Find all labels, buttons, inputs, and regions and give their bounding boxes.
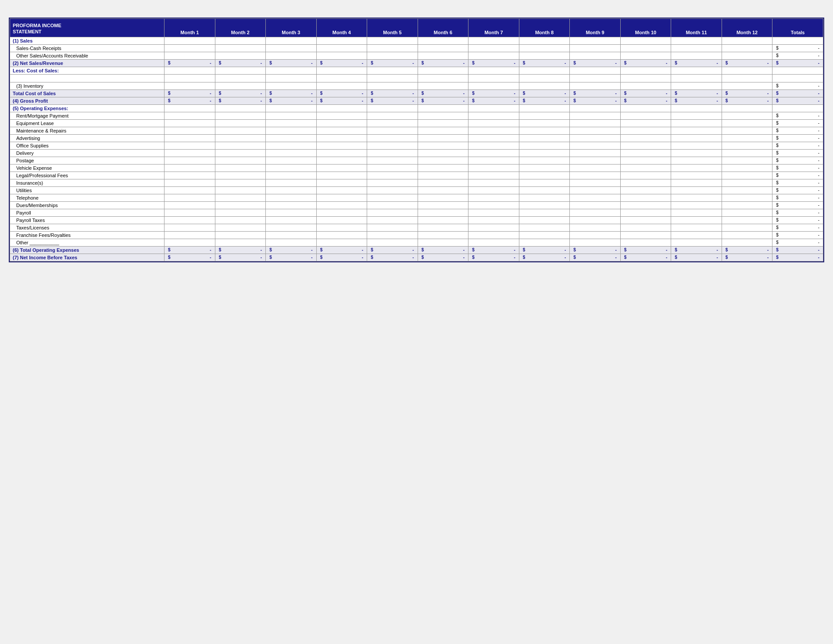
table-cell[interactable] [418, 37, 468, 44]
table-cell[interactable] [316, 44, 367, 52]
table-cell[interactable] [215, 104, 266, 112]
table-cell[interactable] [620, 209, 671, 216]
total-cell[interactable]: $- [772, 239, 823, 246]
table-cell[interactable] [519, 104, 570, 112]
table-cell[interactable] [620, 119, 671, 127]
table-cell[interactable] [722, 52, 772, 59]
table-cell[interactable] [418, 209, 468, 216]
table-cell[interactable] [620, 134, 671, 142]
table-cell[interactable] [570, 142, 621, 149]
table-cell[interactable] [570, 44, 621, 52]
summary-money-cell[interactable]: $- [519, 246, 570, 254]
table-cell[interactable] [620, 231, 671, 239]
table-cell[interactable] [519, 164, 570, 172]
table-cell[interactable] [519, 216, 570, 224]
table-cell[interactable] [519, 119, 570, 127]
table-cell[interactable] [468, 164, 519, 172]
table-cell[interactable] [671, 52, 722, 59]
table-cell[interactable] [164, 142, 215, 149]
table-cell[interactable] [266, 119, 317, 127]
table-cell[interactable] [519, 37, 570, 44]
table-cell[interactable] [620, 67, 671, 74]
table-cell[interactable] [316, 216, 367, 224]
table-cell[interactable] [722, 172, 772, 179]
table-cell[interactable] [164, 172, 215, 179]
table-cell[interactable] [722, 127, 772, 134]
table-cell[interactable] [570, 37, 621, 44]
summary-money-cell[interactable]: $- [570, 97, 621, 104]
table-cell[interactable] [164, 52, 215, 59]
table-cell[interactable] [671, 142, 722, 149]
table-cell[interactable] [620, 37, 671, 44]
table-cell[interactable] [164, 44, 215, 52]
summary-money-cell[interactable]: $- [468, 97, 519, 104]
table-cell[interactable] [620, 112, 671, 119]
table-cell[interactable] [722, 149, 772, 157]
table-cell[interactable] [468, 142, 519, 149]
table-cell[interactable] [671, 179, 722, 186]
table-cell[interactable] [519, 231, 570, 239]
table-cell[interactable] [570, 119, 621, 127]
table-cell[interactable] [722, 157, 772, 164]
total-cell[interactable]: $- [772, 164, 823, 172]
table-cell[interactable] [418, 127, 468, 134]
table-cell[interactable] [722, 179, 772, 186]
summary-money-cell[interactable]: $- [570, 254, 621, 261]
table-cell[interactable] [215, 67, 266, 74]
table-cell[interactable] [671, 112, 722, 119]
summary-money-cell[interactable]: $- [671, 97, 722, 104]
table-cell[interactable] [316, 67, 367, 74]
summary-money-cell[interactable]: $- [519, 89, 570, 97]
table-cell[interactable] [367, 164, 418, 172]
table-cell[interactable] [316, 186, 367, 194]
table-cell[interactable] [620, 149, 671, 157]
summary-money-cell[interactable]: $- [316, 89, 367, 97]
table-cell[interactable] [468, 172, 519, 179]
total-cell[interactable]: $- [772, 172, 823, 179]
table-cell[interactable] [519, 52, 570, 59]
table-cell[interactable] [620, 52, 671, 59]
table-cell[interactable] [367, 82, 418, 89]
table-cell[interactable] [215, 82, 266, 89]
table-cell[interactable] [418, 201, 468, 209]
table-cell[interactable] [215, 172, 266, 179]
table-cell[interactable] [215, 134, 266, 142]
table-cell[interactable] [620, 216, 671, 224]
total-cell[interactable]: $- [772, 224, 823, 231]
table-cell[interactable] [164, 224, 215, 231]
table-cell[interactable] [367, 231, 418, 239]
table-cell[interactable] [519, 201, 570, 209]
table-cell[interactable] [215, 164, 266, 172]
table-cell[interactable] [266, 157, 317, 164]
table-cell[interactable] [266, 44, 317, 52]
summary-money-cell[interactable]: $- [772, 97, 823, 104]
total-cell[interactable]: $- [772, 119, 823, 127]
summary-money-cell[interactable]: $- [620, 254, 671, 261]
table-cell[interactable] [722, 134, 772, 142]
table-cell[interactable] [266, 209, 317, 216]
table-cell[interactable] [316, 134, 367, 142]
table-cell[interactable] [519, 172, 570, 179]
table-cell[interactable] [468, 149, 519, 157]
table-cell[interactable] [367, 142, 418, 149]
table-cell[interactable] [266, 112, 317, 119]
table-cell[interactable] [164, 112, 215, 119]
summary-money-cell[interactable]: $- [671, 254, 722, 261]
table-cell[interactable] [164, 209, 215, 216]
table-cell[interactable] [722, 209, 772, 216]
table-cell[interactable] [570, 231, 621, 239]
table-cell[interactable] [266, 201, 317, 209]
table-cell[interactable] [722, 186, 772, 194]
table-cell[interactable] [671, 149, 722, 157]
summary-money-cell[interactable]: $- [468, 89, 519, 97]
table-cell[interactable] [570, 172, 621, 179]
total-cell[interactable]: $- [772, 127, 823, 134]
table-cell[interactable] [570, 157, 621, 164]
table-cell[interactable] [367, 209, 418, 216]
table-cell[interactable] [570, 186, 621, 194]
summary-money-cell[interactable]: $- [266, 97, 317, 104]
table-cell[interactable] [671, 216, 722, 224]
table-cell[interactable] [772, 104, 823, 112]
table-cell[interactable] [519, 157, 570, 164]
table-cell[interactable] [418, 172, 468, 179]
